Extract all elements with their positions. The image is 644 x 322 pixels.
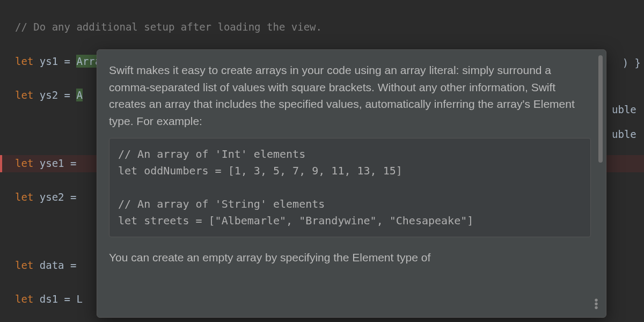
code-fragment: ) }: [623, 55, 641, 71]
doc-paragraph: You can create an empty array by specify…: [109, 249, 591, 266]
documentation-popup[interactable]: Swift makes it easy to create arrays in …: [97, 49, 606, 318]
doc-code-example: // An array of 'Int' elements let oddNum…: [109, 138, 591, 237]
doc-paragraph: Swift makes it easy to create arrays in …: [109, 62, 591, 129]
more-actions-icon[interactable]: •••: [592, 298, 601, 310]
popup-scrollbar[interactable]: [598, 55, 603, 163]
documentation-content: Swift makes it easy to create arrays in …: [97, 50, 606, 317]
code-line: // Do any additional setup after loading…: [15, 19, 644, 36]
code-fragment-right: uble uble: [612, 101, 644, 143]
